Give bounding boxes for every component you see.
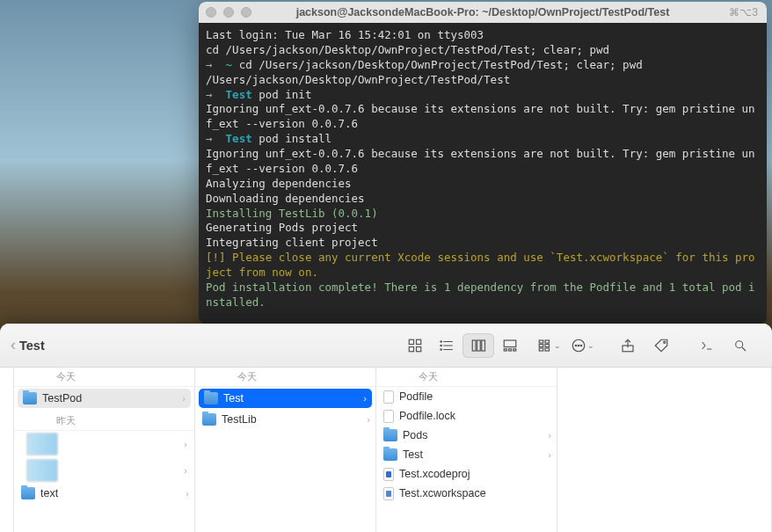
list-item[interactable]: Test.xcodeproj [376,464,557,484]
svg-point-24 [575,345,577,346]
folder-icon [23,392,37,404]
svg-rect-22 [545,348,550,351]
view-mode-segment [399,333,526,358]
terminal-button[interactable] [691,333,723,358]
group-icon [537,338,553,353]
gallery-view-button[interactable] [494,333,526,358]
item-label: Test.xcodeproj [399,468,470,480]
svg-rect-1 [417,339,421,344]
list-item[interactable]: Pods› [376,426,557,445]
chevron-down-icon: ⌄ [587,341,594,350]
list-view-button[interactable] [431,333,462,358]
chevron-right-icon: › [184,439,194,449]
svg-line-31 [742,347,746,351]
finder-column-1[interactable]: 今天 TestPod› 昨天 ››text› [14,368,195,532]
share-icon [620,338,636,353]
svg-rect-0 [409,339,413,344]
list-item[interactable]: Test.xcworkspace [376,484,557,503]
finder-column-preview [557,368,772,532]
tags-button[interactable] [645,333,677,358]
list-item[interactable]: › [14,431,194,457]
svg-rect-12 [482,340,485,351]
item-label: Test.xcworkspace [399,487,486,499]
section-header-today: 今天 [195,368,375,387]
section-header-today: 今天 [14,368,194,387]
item-label: Podfile.lock [399,410,455,422]
section-header-today: 今天 [376,368,557,387]
column-view-button[interactable] [462,333,494,358]
tag-icon [653,338,669,353]
finder-window: ‹ Test ⌄ ⌄ [0,324,772,532]
share-button[interactable] [612,333,644,358]
list-item[interactable]: Test› [199,389,372,408]
finder-column-3[interactable]: 今天 PodfilePodfile.lockPods›Test›Test.xco… [376,368,557,532]
item-label: TestPod [42,392,82,404]
list-item[interactable]: Podfile.lock [376,406,557,426]
chevron-right-icon: › [548,430,551,441]
folder-icon [204,392,218,404]
svg-rect-20 [545,340,550,343]
svg-rect-16 [513,348,516,350]
list-item[interactable]: TestPod› [18,389,191,408]
search-button[interactable] [725,333,756,358]
svg-rect-10 [472,340,476,351]
ellipsis-circle-icon [571,338,586,353]
svg-point-26 [580,345,582,346]
folder-icon [383,448,397,461]
list-item[interactable]: TestLib› [195,410,375,429]
gallery-icon [502,338,518,353]
breadcrumb[interactable]: ‹ Test [11,336,45,354]
svg-rect-21 [545,344,550,346]
chevron-right-icon: › [186,488,189,499]
zoom-dot[interactable] [241,7,251,18]
item-label: text [40,487,58,499]
svg-rect-13 [504,340,516,347]
window-controls [206,7,251,18]
minimize-dot[interactable] [223,7,234,18]
chevron-left-icon: ‹ [11,336,16,354]
terminal-title: jackson@JacksondeMacBook-Pro: ~/Desktop/… [199,6,767,18]
group-by-button[interactable]: ⌄ [533,333,564,358]
file-icon [383,410,394,423]
action-menu-button[interactable]: ⌄ [566,333,598,358]
thumbnail-icon [26,433,58,455]
file-icon [383,390,394,404]
finder-column-2[interactable]: 今天 Test›TestLib› [195,368,376,532]
chevron-right-icon: › [367,414,370,425]
icon-view-button[interactable] [399,333,431,358]
search-icon [733,339,747,353]
terminal-window: jackson@JacksondeMacBook-Pro: ~/Desktop/… [199,2,767,324]
terminal-output[interactable]: Last login: Tue Mar 16 15:42:01 on ttys0… [199,23,767,324]
svg-point-30 [736,340,743,347]
close-dot[interactable] [206,7,216,18]
list-item[interactable]: text› [14,484,194,503]
list-item[interactable]: Podfile [376,387,557,406]
columns-icon [470,338,486,353]
thumbnail-icon [26,459,58,482]
section-header-yesterday: 昨天 [14,412,194,431]
list-item[interactable]: › [14,457,194,484]
svg-point-7 [441,340,442,342]
breadcrumb-label: Test [19,339,45,353]
item-label: Test [403,448,423,461]
item-label: Podfile [399,390,433,403]
proj-icon [383,468,394,481]
svg-point-8 [441,345,442,346]
svg-rect-14 [504,348,506,350]
finder-columns: 今天 TestPod› 昨天 ››text› 今天 Test›TestLib› … [0,368,772,532]
folder-icon [383,429,397,441]
item-label: Test [223,392,244,404]
grid-icon [407,338,423,353]
svg-rect-2 [409,346,413,351]
terminal-titlebar[interactable]: jackson@JacksondeMacBook-Pro: ~/Desktop/… [199,2,767,23]
chevron-right-icon: › [548,449,551,460]
chevron-right-icon: › [184,465,194,476]
ws-icon [383,487,394,500]
prompt-icon [700,339,714,353]
finder-toolbar: ‹ Test ⌄ ⌄ [0,324,772,368]
item-label: TestLib [222,413,257,426]
svg-rect-11 [477,340,481,351]
chevron-down-icon: ⌄ [554,341,561,350]
svg-point-9 [441,348,442,350]
list-item[interactable]: Test› [376,445,557,464]
